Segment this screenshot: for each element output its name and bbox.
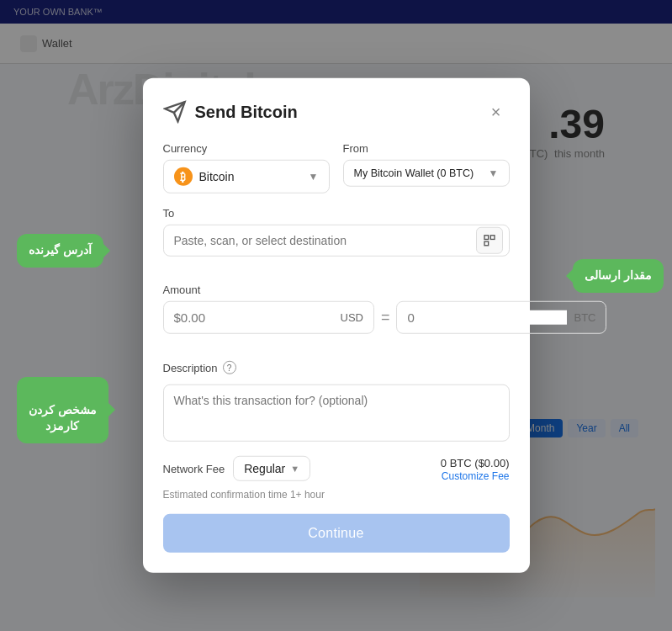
amount-row: USD = BTC — [163, 301, 510, 334]
to-label: To — [163, 207, 510, 220]
to-address-input[interactable] — [163, 225, 510, 257]
network-fee-row: Network Fee Regular ▼ 0 BTC ($0.00) Cust… — [163, 455, 510, 482]
send-icon — [163, 100, 187, 124]
amount-group: Amount USD = BTC — [163, 284, 510, 347]
annotation-receiver: آدرس گیرنده — [17, 234, 103, 268]
annotation-amount: مقدار ارسالی — [573, 259, 664, 293]
currency-group: Currency ₿ Bitcoin ▼ — [163, 142, 330, 194]
to-group: To — [163, 207, 510, 270]
equals-sign: = — [381, 309, 390, 326]
svg-rect-2 — [484, 236, 489, 240]
modal-title: Send Bitcoin — [195, 102, 298, 121]
help-icon[interactable]: ? — [223, 361, 236, 374]
currency-chevron-icon: ▼ — [309, 171, 319, 183]
btc-unit: BTC — [574, 311, 595, 324]
bitcoin-symbol: ₿ — [174, 167, 193, 186]
fee-select[interactable]: Regular ▼ — [233, 456, 310, 481]
close-button[interactable]: × — [483, 98, 510, 125]
network-fee-left: Network Fee Regular ▼ — [163, 456, 311, 481]
svg-rect-3 — [490, 236, 495, 240]
currency-label: Currency — [163, 142, 330, 155]
desc-label-row: Description ? — [163, 361, 510, 374]
modal-title-row: Send Bitcoin — [163, 100, 298, 124]
estimated-time: Estimated confirmation time 1+ hour — [163, 489, 510, 501]
network-fee-label: Network Fee — [163, 462, 225, 475]
continue-button[interactable]: Continue — [163, 514, 510, 553]
usd-unit: USD — [341, 311, 363, 324]
amount-label: Amount — [163, 284, 510, 296]
currency-from-row: Currency ₿ Bitcoin ▼ From My Bitcoin Wal… — [163, 142, 510, 194]
qr-scan-button[interactable] — [476, 227, 503, 254]
fee-chevron-icon: ▼ — [290, 464, 299, 474]
description-label: Description — [163, 361, 218, 374]
from-label: From — [343, 142, 510, 155]
modal-header: Send Bitcoin × — [163, 98, 510, 125]
send-bitcoin-modal: Send Bitcoin × Currency ₿ Bitcoin ▼ From… — [143, 78, 530, 573]
description-group: Description ? — [163, 361, 510, 455]
currency-select[interactable]: ₿ Bitcoin ▼ — [163, 160, 330, 194]
usd-amount-field: USD — [163, 301, 374, 334]
usd-amount-input[interactable] — [174, 310, 334, 325]
to-field-wrap — [163, 225, 510, 257]
fee-amount-value: 0 BTC ($0.00) — [441, 457, 510, 469]
from-chevron-icon: ▼ — [489, 167, 499, 179]
btc-amount-input[interactable] — [407, 310, 567, 325]
from-value: My Bitcoin Wallet (0 BTC) — [354, 167, 474, 179]
description-textarea[interactable] — [163, 384, 510, 442]
fee-option-value: Regular — [244, 462, 285, 475]
svg-rect-4 — [484, 241, 489, 246]
annotation-fee: مشخص کردن کارمزد — [17, 377, 108, 443]
customize-fee-link[interactable]: Customize Fee — [441, 470, 510, 482]
btc-amount-field: BTC — [396, 301, 606, 334]
currency-value: Bitcoin — [199, 170, 235, 183]
qr-icon — [483, 234, 496, 247]
from-group: From My Bitcoin Wallet (0 BTC) ▼ — [343, 142, 510, 194]
from-select[interactable]: My Bitcoin Wallet (0 BTC) ▼ — [343, 160, 510, 187]
fee-right: 0 BTC ($0.00) Customize Fee — [441, 455, 510, 482]
